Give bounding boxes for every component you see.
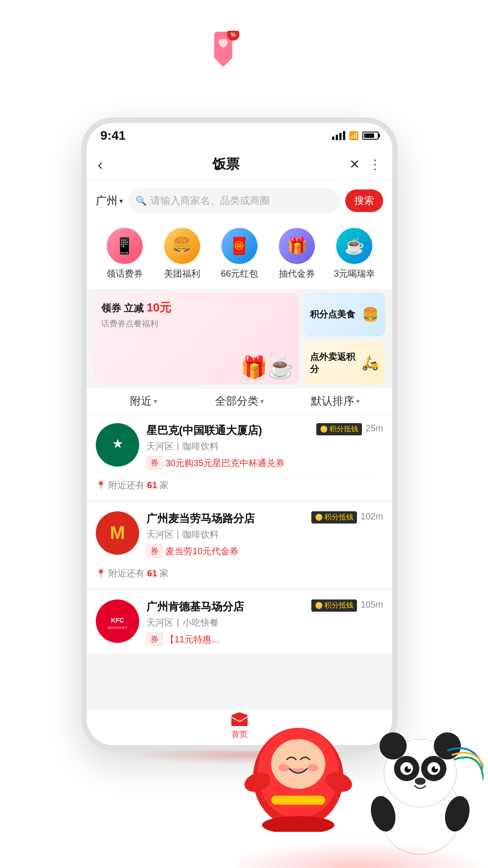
- kfc-info: 广州肯德基马场分店 🪙 积分抵钱 105m 天河区丨小吃快餐 券 【11元: [146, 599, 383, 646]
- category-icon-4: 🎁: [279, 228, 315, 264]
- kfc-name-row: 广州肯德基马场分店 🪙 积分抵钱 105m: [146, 599, 383, 614]
- banner-right-top-icon: 🍔: [362, 307, 379, 322]
- category-label-2: 美团福利: [164, 268, 200, 280]
- kfc-logo: KFC KENTUCKY: [96, 599, 139, 643]
- category-item-2[interactable]: 🍔 美团福利: [155, 228, 209, 280]
- filter-sort-arrow: ▾: [356, 397, 360, 406]
- category-item-4[interactable]: 🎁 抽代金券: [270, 228, 324, 280]
- search-button[interactable]: 搜索: [345, 189, 383, 212]
- nav-home[interactable]: 首页: [230, 711, 249, 740]
- banner-illustration: 🎁☕: [240, 355, 295, 380]
- kfc-distance: 105m: [361, 599, 383, 610]
- mcdonalds-distance: 102m: [361, 511, 383, 522]
- category-icon-5: ☕: [336, 228, 372, 264]
- more-button[interactable]: ⋮: [369, 157, 381, 172]
- restaurant-row-3: KFC KENTUCKY 广州肯德基马场分店 🪙 积分抵钱: [96, 599, 383, 646]
- mcdonalds-nearby: 📍 附近还有 61 家: [96, 562, 383, 580]
- category-icon-3: 🧧: [221, 228, 258, 264]
- kfc-coupon-text: 【11元特惠...: [165, 633, 219, 646]
- starbucks-tag-icon: 🪙: [320, 425, 328, 433]
- status-icons: 📶: [332, 131, 379, 141]
- back-button[interactable]: ‹: [98, 156, 103, 173]
- filter-nearby-arrow: ▾: [154, 397, 157, 406]
- nav-actions: ✕ ⋮: [349, 157, 381, 172]
- banner-amount: 10元: [146, 301, 171, 314]
- kfc-coupon-badge: 券: [146, 632, 163, 646]
- location-text: 广州: [96, 193, 117, 208]
- mcdonalds-logo: M: [96, 511, 139, 555]
- banner-right-top-text: 积分点美食: [310, 308, 355, 321]
- starbucks-coupon-text: 30元购35元星巴克中杯通兑券: [165, 457, 285, 469]
- phone-screen: 9:41 📶 ‹ 饭票: [87, 123, 392, 745]
- svg-text:M: M: [110, 523, 125, 542]
- close-button[interactable]: ✕: [349, 157, 360, 172]
- category-item-1[interactable]: 📱 领话费券: [98, 228, 152, 280]
- wifi-icon: 📶: [349, 131, 359, 141]
- filter-nearby-label: 附近: [130, 394, 152, 408]
- banner-right-bottom-text: 点外卖返积分: [310, 351, 362, 375]
- search-input-wrapper[interactable]: 🔍 请输入商家名、品类或商圈: [128, 188, 340, 213]
- bottom-nav: 首页: [87, 709, 392, 745]
- nearby-location-icon-2: 📍: [96, 569, 106, 579]
- banner-section: 领券 立减 10元 话费券点餐福利 🎁☕ 积分点美食 🍔 点外卖返积分 🛵: [87, 289, 392, 388]
- mcdonalds-coupon-badge: 券: [146, 544, 163, 558]
- starbucks-coupon: 券 30元购35元星巴克中杯通兑券: [146, 456, 383, 470]
- restaurant-item-mcdonalds[interactable]: M 广州麦当劳马场路分店 🪙 积分抵钱 102m: [87, 502, 392, 587]
- restaurant-row-2: M 广州麦当劳马场路分店 🪙 积分抵钱 102m: [96, 511, 383, 558]
- category-label-4: 抽代金券: [279, 268, 315, 280]
- banner-right-bottom[interactable]: 点外卖返积分 🛵: [304, 341, 385, 385]
- title-icon: %: [205, 31, 246, 71]
- home-nav-label: 首页: [231, 729, 248, 740]
- restaurant-item-kfc[interactable]: KFC KENTUCKY 广州肯德基马场分店 🪙 积分抵钱: [87, 590, 392, 653]
- mcdonalds-tag: 🪙 积分抵钱: [311, 511, 357, 524]
- battery-icon: [362, 132, 379, 140]
- filter-sort[interactable]: 默认排序 ▾: [287, 394, 383, 408]
- status-time: 9:41: [100, 128, 126, 143]
- banner-right: 积分点美食 🍔 点外卖返积分 🛵: [304, 292, 385, 385]
- restaurant-row-1: ★ 星巴克(中国联通大厦店) 🪙 积分抵钱 25m: [96, 423, 383, 470]
- banner-left[interactable]: 领券 立减 10元 话费券点餐福利 🎁☕: [94, 292, 299, 385]
- category-label-5: 3元喝瑞幸: [334, 268, 375, 280]
- starbucks-tag: 🪙 积分抵钱: [316, 423, 362, 435]
- location-arrow-icon: ▾: [119, 197, 123, 205]
- mcdonalds-coupon-text: 麦当劳10元代金券: [165, 545, 239, 557]
- starbucks-name: 星巴克(中国联通大厦店): [146, 423, 316, 438]
- category-item-5[interactable]: ☕ 3元喝瑞幸: [327, 228, 381, 280]
- search-magnifier-icon: 🔍: [136, 195, 147, 206]
- kfc-name: 广州肯德基马场分店: [146, 599, 311, 614]
- mcdonalds-coupon: 券 麦当劳10元代金券: [146, 544, 383, 558]
- starbucks-nearby-text: 附近还有 61 家: [108, 479, 169, 491]
- filter-nearby[interactable]: 附近 ▾: [96, 394, 192, 408]
- kfc-tag-icon: 🪙: [315, 602, 323, 609]
- starbucks-name-row: 星巴克(中国联通大厦店) 🪙 积分抵钱 25m: [146, 423, 383, 438]
- starbucks-logo: ★: [96, 423, 139, 467]
- banner-left-title: 领券 立减 10元: [101, 300, 292, 316]
- svg-text:KFC: KFC: [111, 617, 124, 624]
- kfc-tag: 🪙 积分抵钱: [311, 599, 357, 612]
- banner-right-top[interactable]: 积分点美食 🍔: [304, 292, 385, 336]
- status-bar: 9:41 📶: [87, 123, 392, 148]
- mcdonalds-info: 广州麦当劳马场路分店 🪙 积分抵钱 102m 天河区丨咖啡饮料 券 麦当劳: [146, 511, 383, 558]
- restaurant-item-starbucks[interactable]: ★ 星巴克(中国联通大厦店) 🪙 积分抵钱 25m: [87, 414, 392, 499]
- banner-right-bottom-icon: 🛵: [362, 355, 379, 371]
- nav-bar: ‹ 饭票 ✕ ⋮: [87, 148, 392, 181]
- filter-category-label: 全部分类: [215, 394, 258, 408]
- banner-left-subtitle: 话费券点餐福利: [101, 318, 292, 329]
- mcdonalds-tag-icon: 🪙: [315, 514, 323, 521]
- phone-frame: 9:41 📶 ‹ 饭票: [81, 118, 398, 750]
- mcdonalds-name: 广州麦当劳马场路分店: [146, 511, 311, 526]
- category-label-3: 66元红包: [221, 268, 258, 280]
- category-item-3[interactable]: 🧧 66元红包: [212, 228, 267, 280]
- location-button[interactable]: 广州 ▾: [96, 193, 123, 208]
- starbucks-distance: 25m: [366, 423, 383, 434]
- mcdonalds-nearby-text: 附近还有 61 家: [108, 567, 169, 580]
- search-section: 广州 ▾ 🔍 请输入商家名、品类或商圈 搜索: [87, 181, 392, 221]
- starbucks-coupon-badge: 券: [146, 456, 163, 470]
- filter-bar: 附近 ▾ 全部分类 ▾ 默认排序 ▾: [87, 388, 392, 414]
- category-icon-1: 📱: [107, 228, 143, 264]
- mcdonalds-name-row: 广州麦当劳马场路分店 🪙 积分抵钱 102m: [146, 511, 383, 526]
- filter-category[interactable]: 全部分类 ▾: [192, 394, 287, 408]
- kfc-category: 天河区丨小吃快餐: [146, 617, 383, 629]
- svg-text:★: ★: [112, 437, 123, 451]
- svg-text:%: %: [231, 32, 236, 38]
